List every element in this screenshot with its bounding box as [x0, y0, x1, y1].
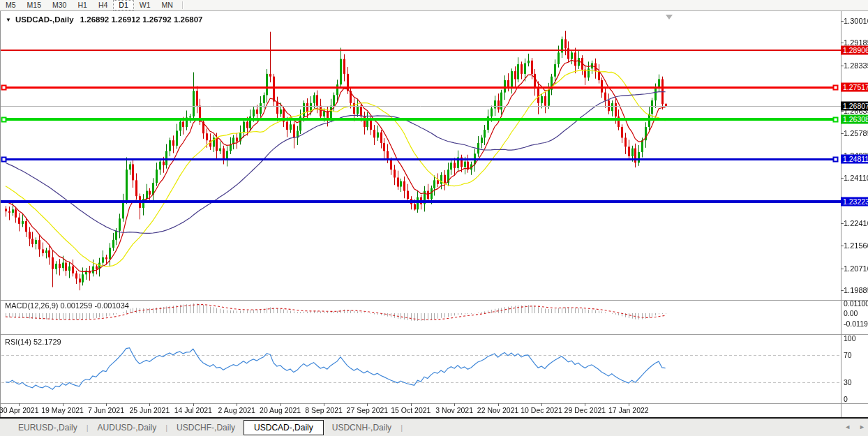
price-tick-label: 1.22410	[844, 219, 868, 227]
macd-axis-label: 0.011009	[844, 299, 868, 308]
timeframe-button-m5[interactable]: M5	[0, 0, 22, 10]
symbol-tab-eurusd[interactable]: EURUSD-,Daily	[10, 421, 86, 435]
ohlc-values: 1.26892 1.26912 1.26792 1.26807	[80, 15, 203, 24]
chart-header: ▼ USDCAD-,Daily 1.26892 1.26912 1.26792 …	[6, 15, 203, 24]
price-level-badge: 1.27517	[841, 83, 868, 92]
symbol-tab-usdchf[interactable]: USDCHF-,Daily	[168, 421, 244, 435]
macd-axis-label: -0.011900	[844, 320, 868, 328]
tab-scroll-left-icon[interactable]: ◄	[844, 423, 851, 431]
timeframe-button-d1[interactable]: D1	[113, 0, 133, 10]
rsi-indicator-label: RSI(14) 52.1729	[5, 338, 61, 346]
date-tick-label: 15 Oct 2021	[391, 406, 431, 414]
date-tick-label: 19 May 2021	[41, 406, 84, 414]
symbol-tab-audusd[interactable]: AUDUSD-,Daily	[89, 421, 165, 435]
price-tick-label: 1.21560	[844, 241, 868, 250]
collapse-arrow-icon[interactable]: ▼	[6, 17, 11, 23]
price-tick-label: 1.19885	[844, 286, 868, 294]
price-chart-canvas[interactable]	[0, 0, 868, 436]
date-tick-label: 7 Jun 2021	[88, 406, 124, 414]
macd-indicator-label: MACD(12,26,9) 0.001259 -0.001034	[5, 301, 129, 310]
chart-shift-marker-icon[interactable]	[666, 15, 673, 20]
timeframe-button-m15[interactable]: M15	[22, 0, 47, 10]
rsi-axis-label: 70	[844, 351, 868, 359]
tab-scroll-right-icon[interactable]: ►	[859, 423, 865, 431]
symbol-tab-bar: EURUSD-,Daily|AUDUSD-,Daily|USDCHF-,Dail…	[0, 417, 868, 436]
timeframe-button-w1[interactable]: W1	[134, 0, 156, 10]
date-tick-label: 29 Dec 2021	[564, 406, 606, 414]
date-tick-label: 22 Nov 2021	[477, 406, 519, 414]
price-tick-label: 1.25785	[844, 129, 868, 137]
date-tick-label: 10 Dec 2021	[521, 406, 562, 414]
price-level-badge: 1.24811	[841, 155, 868, 164]
price-tick-label: 1.28335	[844, 61, 868, 70]
date-tick-label: 2 Aug 2021	[218, 406, 255, 414]
toolbar-separator	[182, 1, 184, 9]
price-axis[interactable]: 1.300101.291851.283351.274851.266351.257…	[841, 11, 868, 417]
trading-terminal-window: M5M15M30H1H4D1W1MN ▼ USDCAD-,Daily 1.268…	[0, 0, 868, 436]
price-level-badge: 1.28906	[841, 46, 868, 55]
symbol-tab-usdcnh[interactable]: USDCNH-,Daily	[324, 421, 400, 435]
symbol-tab-usdcad[interactable]: USDCAD-,Daily	[244, 420, 324, 435]
price-tick-label: 1.20710	[844, 264, 868, 273]
date-tick-label: 27 Sep 2021	[347, 406, 389, 414]
timeframe-button-mn[interactable]: MN	[156, 0, 179, 10]
price-level-badge: 1.26308	[841, 115, 868, 124]
timeframe-button-h1[interactable]: H1	[72, 0, 92, 10]
price-tick-label: 1.24110	[844, 174, 868, 182]
date-tick-label: 8 Sep 2021	[305, 406, 343, 414]
rsi-axis-label: 0	[844, 395, 868, 403]
timeframe-toolbar: M5M15M30H1H4D1W1MN	[0, 0, 868, 11]
rsi-axis-label: 30	[844, 378, 868, 386]
rsi-axis-label: 100	[844, 334, 868, 343]
time-axis[interactable]: 30 Apr 202119 May 20217 Jun 202125 Jun 2…	[0, 403, 841, 417]
price-level-badge: 1.23223	[841, 197, 868, 206]
date-tick-label: 20 Aug 2021	[260, 406, 301, 414]
date-tick-label: 30 Apr 2021	[0, 406, 39, 414]
date-tick-label: 3 Nov 2021	[435, 406, 473, 414]
price-level-badge: 1.26807	[841, 102, 868, 111]
macd-axis-label: 0.00	[844, 309, 868, 317]
timeframe-button-h4[interactable]: H4	[93, 0, 113, 10]
chart-symbol-label: USDCAD-,Daily	[15, 15, 74, 24]
tab-separator: |	[400, 423, 403, 432]
price-tick-label: 1.30010	[844, 17, 868, 25]
date-tick-label: 25 Jun 2021	[129, 406, 170, 414]
date-tick-label: 14 Jul 2021	[174, 406, 212, 414]
timeframe-button-m30[interactable]: M30	[47, 0, 72, 10]
date-tick-label: 17 Jan 2022	[608, 406, 649, 414]
